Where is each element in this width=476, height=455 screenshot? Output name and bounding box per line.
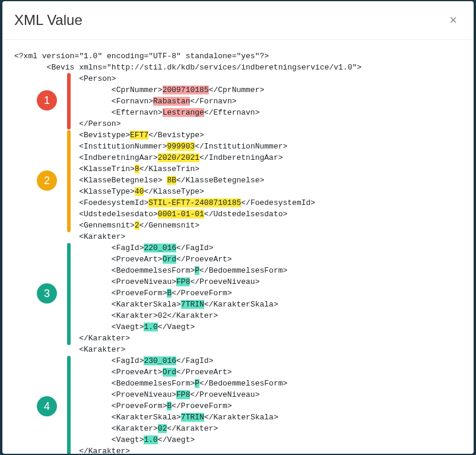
- section-bar-4: [67, 356, 71, 454]
- xml-k2-proeveart-pre: <ProeveArt>: [14, 368, 163, 377]
- xml-k1-vaegt-post: </Vaegt>: [158, 323, 195, 331]
- section-bar-3: [67, 243, 71, 345]
- section-badge-1: 1: [37, 90, 57, 110]
- xml-k1-proeveart-post: </ProeveArt>: [176, 255, 232, 264]
- xml-k1-proeveart-pre: <ProeveArt>: [14, 255, 163, 264]
- xml-k1-bedform-pre: <BedoemmelsesForm>: [14, 266, 195, 275]
- xml-k2-bedform-post: </BedoemmelsesForm>: [199, 379, 287, 388]
- xml-code: <?xml version="1.0" encoding="UTF-8" sta…: [14, 50, 462, 454]
- xml-k1-vaegt-val: 1.0: [144, 323, 157, 331]
- xml-bevistype-val: EFT7: [130, 131, 148, 140]
- section-badge-4: 4: [37, 396, 57, 416]
- xml-decl: <?xml version="1.0" encoding="UTF-8" sta…: [14, 52, 269, 61]
- xml-k2-karakter-post: </Karakter>: [167, 424, 218, 433]
- modal-title: XML Value: [14, 12, 82, 29]
- xml-k1-karakter-val: 02: [158, 311, 167, 320]
- xml-k1-proeveform-post: </ProeveForm>: [172, 289, 231, 298]
- xml-k2-skala-post: </KarakterSkala>: [204, 413, 278, 422]
- xml-k2-vaegt-pre: <Vaegt>: [14, 435, 144, 444]
- xml-k1-karakter-post: </Karakter>: [167, 311, 218, 320]
- xml-k2-fagid-val: 230_016: [144, 356, 176, 365]
- xml-gennemsnit-val: 2: [135, 221, 139, 230]
- xml-instnr-val: 999903: [167, 142, 195, 151]
- xml-efternavn-pre: <Efternavn>: [14, 108, 163, 117]
- xml-k1-skala-val: 7TRIN: [181, 300, 204, 309]
- xml-k2-proeveniv-post: </ProeveNiveau>: [190, 390, 259, 399]
- xml-klassetrin-post: </KlasseTrin>: [139, 165, 199, 173]
- xml-person-open: <Person>: [14, 74, 116, 83]
- xml-k1-fagid-pre: <FagId>: [14, 244, 144, 252]
- xml-k2-bedform-pre: <BedoemmelsesForm>: [14, 379, 195, 388]
- xml-foedesys-val: STIL-EFT7-2408710185: [148, 198, 241, 207]
- xml-udsted-pre: <Udstedelsesdato>: [14, 210, 158, 219]
- xml-k1-bedform-post: </BedoemmelsesForm>: [199, 266, 287, 275]
- close-icon[interactable]: ×: [448, 14, 458, 27]
- xml-k2-skala-pre: <KarakterSkala>: [14, 413, 181, 422]
- xml-bevistype-pre: <Bevistype>: [14, 131, 130, 140]
- xml-k2-karakter-pre: <Karakter>: [14, 424, 158, 433]
- xml-klassetrin-pre: <KlasseTrin>: [14, 165, 135, 173]
- xml-k1-karakter-pre: <Karakter>: [14, 311, 158, 320]
- xml-udsted-val: 0001-01-01: [158, 210, 204, 219]
- xml-indberet-val: 2020/2021: [158, 153, 199, 162]
- xml-klassetype-post: </KlasseType>: [144, 187, 204, 196]
- xml-k1-fagid-post: </FagId>: [176, 244, 213, 252]
- xml-kar1-close: </Karakter>: [14, 334, 130, 343]
- section-badge-3: 3: [37, 283, 57, 304]
- xml-klassetrin-val: 8: [135, 165, 139, 173]
- xml-indberet-pre: <IndberetningAar>: [14, 153, 158, 162]
- xml-k2-vaegt-post: </Vaegt>: [158, 435, 195, 444]
- xml-k1-proeveart-val: Ord: [163, 255, 176, 264]
- xml-udsted-post: </Udstedelsesdato>: [204, 210, 287, 219]
- xml-kar2-open: <Karakter>: [14, 345, 125, 354]
- xml-k1-proeveniv-pre: <ProeveNiveau>: [14, 277, 176, 286]
- xml-fornavn-pre: <Fornavn>: [14, 97, 153, 106]
- xml-indberet-post: </IndberetningAar>: [199, 153, 283, 162]
- xml-kar2-close: </Karakter>: [14, 447, 130, 454]
- xml-k2-proeveart-val: Ord: [163, 368, 176, 377]
- xml-k1-bedform-val: P: [195, 266, 199, 275]
- xml-klassebet-post: </KlasseBetegnelse>: [176, 176, 264, 185]
- xml-k1-proeveniv-post: </ProeveNiveau>: [190, 277, 259, 286]
- xml-k2-proeveniv-pre: <ProeveNiveau>: [14, 390, 176, 399]
- xml-k1-proeveniv-val: FP8: [176, 277, 190, 286]
- xml-k2-proeveart-post: </ProeveArt>: [176, 368, 232, 377]
- xml-k1-fagid-val: 220_016: [144, 244, 176, 252]
- section-bar-2: [67, 130, 71, 232]
- xml-kar1-open: <Karakter>: [14, 232, 125, 241]
- xml-klassetype-pre: <KlasseType>: [14, 187, 135, 196]
- xml-foedesys-post: </FoedesystemId>: [241, 198, 315, 207]
- xml-k1-skala-pre: <KarakterSkala>: [14, 300, 181, 309]
- xml-cpr-val: 2009710185: [163, 86, 209, 94]
- xml-gennemsnit-pre: <Gennemsnit>: [14, 221, 135, 230]
- xml-efternavn-val: Lestrange: [163, 108, 204, 117]
- modal-body[interactable]: 1 2 3 4 <?xml version="1.0" encoding="UT…: [2, 40, 474, 454]
- xml-gennemsnit-post: </Gennemsnit>: [139, 221, 199, 230]
- xml-fornavn-val: Rabastan: [153, 97, 190, 106]
- xml-k2-karakter-val: 02: [158, 424, 167, 433]
- xml-k1-skala-post: </KarakterSkala>: [204, 300, 278, 309]
- xml-k1-vaegt-pre: <Vaegt>: [14, 323, 144, 331]
- xml-bevis-open: <Bevis xmlns="http://stil.dk/kdb/service…: [14, 63, 361, 72]
- xml-k2-fagid-post: </FagId>: [176, 356, 213, 365]
- xml-k2-proeveniv-val: FP8: [176, 390, 190, 399]
- xml-instnr-pre: <InstitutionNummer>: [14, 142, 167, 151]
- xml-k2-skala-val: 7TRIN: [181, 413, 204, 422]
- modal-header: XML Value ×: [2, 1, 474, 40]
- xml-klassetype-val: 40: [135, 187, 144, 196]
- xml-value-modal: XML Value × 1 2 3 4 <?xml version="1.0" …: [2, 1, 474, 454]
- xml-fornavn-post: </Fornavn>: [190, 97, 236, 106]
- section-badge-2: 2: [37, 170, 57, 191]
- xml-k2-bedform-val: P: [195, 379, 199, 388]
- xml-k2-proeveform-post: </ProeveForm>: [172, 402, 231, 410]
- xml-k2-fagid-pre: <FagId>: [14, 356, 144, 365]
- xml-foedesys-pre: <FoedesystemId>: [14, 198, 148, 207]
- section-bar-1: [67, 73, 71, 129]
- xml-instnr-post: </InstitutionNummer>: [195, 142, 287, 151]
- xml-klassebet-val: 8B: [167, 176, 176, 185]
- xml-efternavn-post: </Efternavn>: [204, 108, 260, 117]
- xml-cpr-post: </CprNummer>: [209, 86, 265, 94]
- xml-k2-vaegt-val: 1.0: [144, 435, 157, 444]
- xml-bevistype-post: </Bevistype>: [148, 131, 204, 140]
- xml-cpr-pre: <CprNummer>: [14, 86, 163, 94]
